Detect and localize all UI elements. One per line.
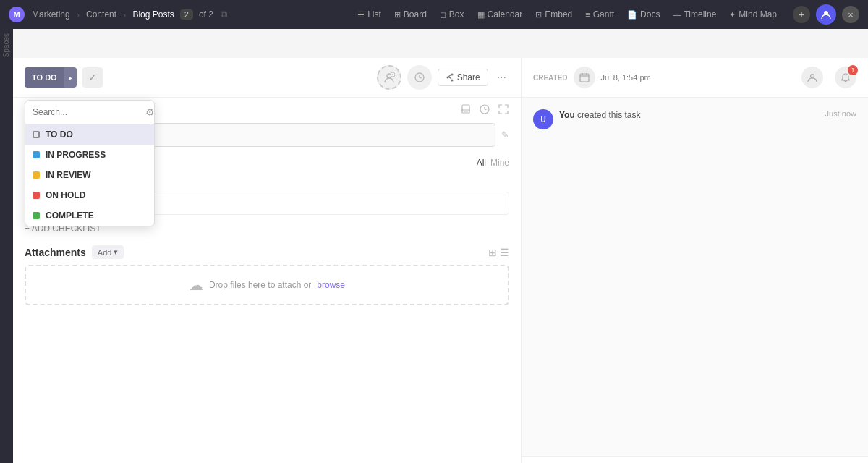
app-logo[interactable]: M	[9, 7, 25, 22]
task-meta-bar: CREATED Jul 8, 1:54 pm 1	[522, 58, 868, 98]
docs-icon: 📄	[627, 10, 637, 20]
due-date-button[interactable]	[407, 65, 432, 90]
svg-rect-11	[462, 105, 469, 111]
tab-box[interactable]: ◻ Box	[434, 7, 470, 22]
calendar-icon: ▦	[477, 10, 485, 20]
created-date-icon[interactable]	[574, 67, 595, 88]
top-nav: M Marketing › Content › Blog Posts 2 of …	[0, 0, 868, 29]
activity-action: created this task	[575, 110, 641, 120]
list-view-button[interactable]: ☰	[500, 247, 509, 258]
cloud-upload-icon: ☁	[189, 276, 203, 294]
complete-check-button[interactable]: ✓	[82, 67, 103, 88]
list-icon: ☰	[357, 10, 365, 20]
tab-calendar[interactable]: ▦ Calendar	[472, 7, 529, 22]
inprogress-label: IN PROGRESS	[46, 150, 106, 160]
svg-point-21	[811, 75, 814, 78]
task-toolbar: TO DO ▸ ✓	[13, 58, 521, 98]
status-dropdown: ⚙ TO DO IN PROGRESS IN REVIEW ON HOLD CO…	[25, 100, 155, 226]
attachments-add-button[interactable]: Add ▾	[92, 245, 124, 259]
board-icon: ⊞	[394, 10, 401, 20]
timeline-icon: —	[673, 10, 681, 19]
tab-mindmap[interactable]: ✦ Mind Map	[723, 7, 783, 22]
status-search-input[interactable]	[33, 107, 141, 117]
breadcrumb-marketing[interactable]: Marketing	[32, 9, 70, 20]
tab-gantt[interactable]: ≡ Gantt	[579, 7, 620, 22]
filter-all-button[interactable]: All	[477, 158, 486, 168]
page-number: 2	[180, 9, 193, 20]
copy-icon[interactable]: ⧉	[221, 9, 227, 20]
tab-list[interactable]: ☰ List	[352, 7, 387, 22]
mindmap-icon: ✦	[729, 10, 736, 20]
status-label[interactable]: TO DO	[25, 67, 64, 88]
left-sidebar: Spaces	[0, 29, 13, 463]
inreview-label: IN REVIEW	[46, 170, 91, 180]
complete-label: COMPLETE	[46, 211, 94, 221]
gear-icon[interactable]: ⚙	[145, 106, 155, 118]
embed-icon: ⊡	[535, 10, 542, 20]
comment-bar	[522, 456, 868, 463]
filter-buttons: All Mine	[477, 158, 509, 168]
tab-docs-label: Docs	[640, 9, 660, 20]
close-button[interactable]: ×	[842, 6, 859, 23]
share-button[interactable]: Share	[438, 69, 488, 86]
page-of: of 2	[199, 9, 213, 20]
spaces-label[interactable]: Spaces	[0, 29, 12, 61]
created-section: CREATED Jul 8, 1:54 pm	[533, 67, 651, 88]
attach-add-chevron-icon: ▾	[114, 247, 118, 257]
breadcrumb-sep-1: ›	[77, 9, 80, 20]
inprogress-dot	[33, 151, 40, 158]
tab-embed-label: Embed	[545, 9, 572, 20]
tab-board[interactable]: ⊞ Board	[388, 7, 433, 22]
status-option-complete[interactable]: COMPLETE	[25, 205, 154, 226]
dropdown-search-row: ⚙	[25, 101, 154, 124]
browse-link[interactable]: browse	[317, 280, 345, 290]
todo-dot	[33, 131, 40, 138]
created-date: Jul 8, 1:54 pm	[601, 73, 651, 82]
breadcrumb-content[interactable]: Content	[86, 9, 116, 20]
review-dot	[33, 171, 40, 179]
main-wrapper: Spaces TO DO ▸ ✓	[13, 58, 868, 463]
status-button[interactable]: TO DO ▸	[25, 67, 77, 88]
add-view-button[interactable]: +	[793, 6, 810, 23]
status-option-inreview[interactable]: IN REVIEW	[25, 165, 154, 185]
attachments-header: Attachments Add ▾ ⊞ ☰	[25, 245, 509, 259]
gantt-icon: ≡	[585, 10, 590, 19]
filter-mine-button[interactable]: Mine	[490, 158, 509, 168]
print-button[interactable]	[460, 103, 472, 117]
status-option-todo[interactable]: TO DO	[25, 124, 154, 145]
tab-timeline[interactable]: — Timeline	[667, 7, 722, 22]
svg-rect-17	[580, 74, 589, 82]
assignee-icon[interactable]	[801, 67, 823, 88]
user-avatar-button[interactable]	[816, 4, 836, 25]
tab-embed[interactable]: ⊡ Embed	[529, 7, 578, 22]
share-label: Share	[457, 72, 480, 82]
clock-button[interactable]	[479, 103, 490, 117]
breadcrumb-blog-posts[interactable]: Blog Posts	[132, 9, 174, 20]
right-panel: CREATED Jul 8, 1:54 pm 1 U	[521, 58, 868, 463]
expand-button[interactable]	[498, 103, 509, 117]
drop-zone: ☁ Drop files here to attach or browse	[25, 265, 509, 305]
status-option-inprogress[interactable]: IN PROGRESS	[25, 145, 154, 165]
more-options-button[interactable]: ···	[494, 71, 509, 84]
activity-content: You created this task	[559, 109, 820, 129]
status-option-onhold[interactable]: ON HOLD	[25, 185, 154, 205]
tab-mindmap-label: Mind Map	[739, 9, 777, 20]
status-dropdown-arrow[interactable]: ▸	[64, 67, 77, 88]
activity-time: Just now	[825, 109, 856, 129]
notification-badge: 1	[848, 65, 858, 75]
task-name-edit-button[interactable]: ✎	[501, 129, 509, 140]
activity-text: You created this task	[559, 110, 641, 120]
assign-button[interactable]	[377, 65, 401, 90]
svg-point-8	[451, 74, 453, 76]
tab-box-label: Box	[449, 9, 464, 20]
activity-user: You	[559, 110, 575, 120]
svg-point-9	[451, 80, 453, 82]
tab-docs[interactable]: 📄 Docs	[621, 7, 665, 22]
tab-gantt-label: Gantt	[593, 9, 614, 20]
grid-view-button[interactable]: ⊞	[488, 247, 497, 258]
drop-text: Drop files here to attach or	[209, 280, 311, 290]
created-label: CREATED	[533, 74, 568, 82]
nav-actions: + ×	[793, 4, 859, 25]
activity-entry: U You created this task Just now	[533, 109, 856, 129]
breadcrumb-sep-2: ›	[123, 9, 126, 20]
